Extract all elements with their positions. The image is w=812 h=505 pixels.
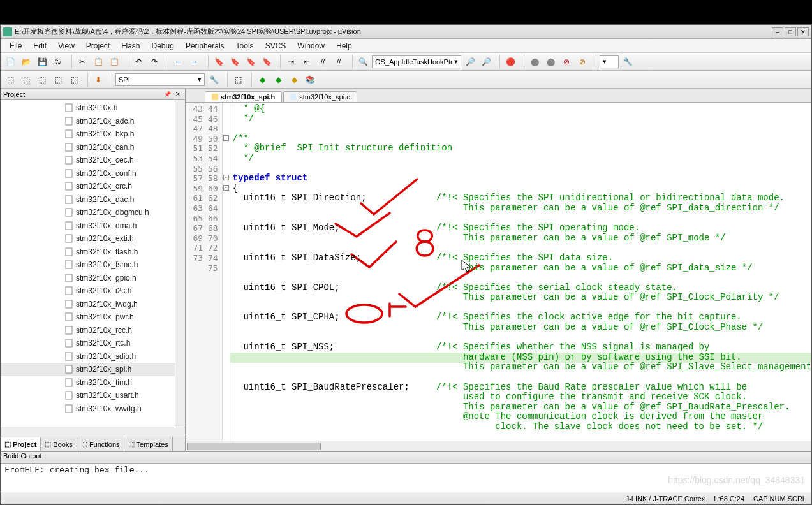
save-icon[interactable]: 💾: [35, 55, 49, 69]
build-output-text: FromELF: creating hex file...: [1, 464, 811, 476]
panel-close-icon[interactable]: ✕: [173, 90, 182, 99]
save-all-icon[interactable]: 🗂: [51, 55, 65, 69]
tree-item[interactable]: stm32f10x_adc.h: [1, 115, 185, 128]
tree-scrollbar[interactable]: [175, 100, 185, 427]
menu-edit[interactable]: Edit: [28, 40, 52, 52]
tree-item[interactable]: stm32f10x_dma.h: [1, 219, 185, 233]
find-in-files-icon[interactable]: 🔍: [356, 55, 370, 69]
incremental-find-icon[interactable]: 🔎: [479, 55, 493, 69]
editor-h-scrollbar[interactable]: [186, 441, 811, 451]
tree-h-scrollbar[interactable]: [1, 427, 185, 437]
menu-help[interactable]: Help: [331, 40, 357, 52]
code-text[interactable]: * @{ *//** * @brief SPI Init structure d…: [230, 103, 811, 441]
menu-peripherals[interactable]: Peripherals: [181, 40, 230, 52]
comment-icon[interactable]: //: [316, 55, 330, 69]
fold-column[interactable]: −−−: [223, 103, 230, 441]
panel-pin-icon[interactable]: 📌: [163, 90, 172, 99]
undo-icon[interactable]: ↶: [131, 55, 145, 69]
tree-item[interactable]: stm32f10x_spi.h: [1, 363, 185, 376]
manage-components-icon[interactable]: ⬚: [231, 73, 245, 87]
tree-item[interactable]: stm32f10x_fsmc.h: [1, 258, 185, 272]
download-icon[interactable]: ⬇: [91, 73, 105, 87]
tree-item[interactable]: stm32f10x_iwdg.h: [1, 298, 185, 311]
tree-item[interactable]: stm32f10x_gpio.h: [1, 272, 185, 285]
tree-item[interactable]: stm32f10x_can.h: [1, 141, 185, 154]
side-tab-templates[interactable]: ⬚Templates: [124, 437, 173, 451]
menu-tools[interactable]: Tools: [231, 40, 259, 52]
bookmark-next-icon[interactable]: 🔖: [244, 55, 258, 69]
tree-item[interactable]: stm32f10x_bkp.h: [1, 128, 185, 141]
side-tab-functions[interactable]: ⬚Functions: [77, 437, 124, 451]
redo-icon[interactable]: ↷: [147, 55, 161, 69]
bookmark-clear-icon[interactable]: 🔖: [260, 55, 274, 69]
menu-svcs[interactable]: SVCS: [260, 40, 292, 52]
tree-item[interactable]: stm32f10x_i2c.h: [1, 284, 185, 298]
menu-project[interactable]: Project: [81, 40, 115, 52]
uncomment-icon[interactable]: //: [332, 55, 346, 69]
select-packs-icon[interactable]: ◆: [271, 73, 285, 87]
translate-icon[interactable]: ⬚: [3, 73, 17, 87]
paste-icon[interactable]: 📋: [107, 55, 121, 69]
tree-item[interactable]: stm32f10x_sdio.h: [1, 350, 185, 363]
rte-icon[interactable]: ◆: [287, 73, 301, 87]
tree-item[interactable]: stm32f10x_dac.h: [1, 193, 185, 207]
nav-back-icon[interactable]: ←: [172, 55, 186, 69]
indent-icon[interactable]: ⇥: [284, 55, 298, 69]
bookmark-icon[interactable]: 🔖: [212, 55, 226, 69]
maximize-button[interactable]: □: [785, 27, 796, 36]
copy-icon[interactable]: 📋: [91, 55, 105, 69]
breakpoint-insert-icon[interactable]: ⬤: [528, 55, 542, 69]
code-viewport[interactable]: 43 44 45 46 47 48 49 50 51 52 53 54 55 5…: [186, 103, 811, 441]
stop-build-icon[interactable]: ⬚: [67, 73, 81, 87]
books-icon[interactable]: 📚: [303, 73, 317, 87]
target-options-icon[interactable]: 🔧: [207, 73, 221, 87]
tree-item[interactable]: stm32f10x_cec.h: [1, 154, 185, 167]
tree-item[interactable]: stm32f10x_exti.h: [1, 232, 185, 245]
side-tab-books[interactable]: ⬚Books: [41, 437, 77, 451]
tree-item[interactable]: stm32f10x_rcc.h: [1, 324, 185, 337]
breakpoint-kill-icon[interactable]: ⊘: [575, 55, 589, 69]
side-tab-project[interactable]: ⬚Project: [1, 437, 41, 451]
configure-icon[interactable]: 🔧: [621, 55, 635, 69]
tree-item[interactable]: stm32f10x.h: [1, 101, 185, 115]
close-button[interactable]: ✕: [797, 27, 809, 36]
minimize-button[interactable]: ─: [772, 27, 783, 36]
new-file-icon[interactable]: 📄: [3, 55, 17, 69]
cut-icon[interactable]: ✂: [75, 55, 89, 69]
tree-item[interactable]: stm32f10x_rtc.h: [1, 337, 185, 350]
build-icon[interactable]: ⬚: [19, 73, 33, 87]
find-next-icon[interactable]: 🔎: [463, 55, 477, 69]
tree-item[interactable]: stm32f10x_usart.h: [1, 389, 185, 402]
menu-file[interactable]: File: [4, 40, 27, 52]
tree-item[interactable]: stm32f10x_tim.h: [1, 376, 185, 390]
tree-item[interactable]: stm32f10x_crc.h: [1, 180, 185, 193]
pack-installer-icon[interactable]: ◆: [255, 73, 269, 87]
rebuild-icon[interactable]: ⬚: [35, 73, 49, 87]
project-tree[interactable]: stm32f10x.hstm32f10x_adc.hstm32f10x_bkp.…: [1, 100, 185, 427]
target-combo[interactable]: SPI▾: [115, 73, 205, 86]
outdent-icon[interactable]: ⇤: [300, 55, 314, 69]
find-combo[interactable]: OS_AppIdleTaskHookPtr▾: [372, 55, 461, 68]
tree-item[interactable]: stm32f10x_pwr.h: [1, 311, 185, 324]
tree-item[interactable]: stm32f10x_flash.h: [1, 245, 185, 259]
batch-build-icon[interactable]: ⬚: [51, 73, 65, 87]
tree-item[interactable]: stm32f10x_dbgmcu.h: [1, 206, 185, 219]
tree-item[interactable]: stm32f10x_wwdg.h: [1, 402, 185, 416]
tree-item[interactable]: stm32f10x_conf.h: [1, 167, 185, 180]
open-file-icon[interactable]: 📂: [19, 55, 33, 69]
breakpoint-disable-icon[interactable]: ⊘: [559, 55, 573, 69]
editor-tab[interactable]: stm32f10x_spi.h: [205, 91, 283, 102]
bookmark-prev-icon[interactable]: 🔖: [228, 55, 242, 69]
debug-icon[interactable]: 🔴: [503, 55, 517, 69]
editor-tab[interactable]: stm32f10x_spi.c: [283, 91, 357, 102]
menu-debug[interactable]: Debug: [147, 40, 179, 52]
fold-toggle[interactable]: −: [223, 135, 229, 141]
fold-toggle[interactable]: −: [223, 185, 229, 191]
menu-view[interactable]: View: [53, 40, 80, 52]
fold-toggle[interactable]: −: [223, 175, 229, 180]
window-layout-combo[interactable]: ▾: [600, 55, 619, 68]
menu-window[interactable]: Window: [292, 40, 330, 52]
menu-flash[interactable]: Flash: [116, 40, 145, 52]
nav-fwd-icon[interactable]: →: [188, 55, 202, 69]
breakpoint-enable-icon[interactable]: ⬤: [543, 55, 557, 69]
